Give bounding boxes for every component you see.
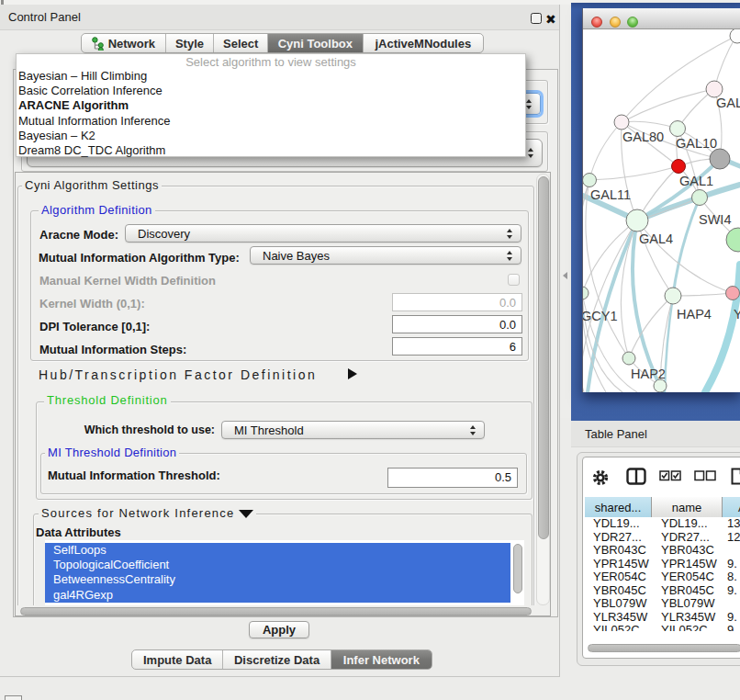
sources-title[interactable]: Sources for Network Inference bbox=[39, 507, 256, 520]
combo-arrows-icon bbox=[507, 251, 513, 261]
dpi-tolerance-field[interactable]: 0.0 bbox=[392, 315, 522, 333]
network-edge bbox=[583, 220, 637, 293]
algorithm-option[interactable]: Mutual Information Inference bbox=[17, 114, 525, 129]
settings-vscrollbar-thumb[interactable] bbox=[538, 176, 549, 539]
network-node[interactable] bbox=[730, 29, 740, 43]
network-node[interactable] bbox=[654, 379, 667, 392]
table-panel-titlebar: Table Panel bbox=[571, 421, 740, 447]
which-threshold-value: MI Threshold bbox=[222, 423, 304, 437]
network-node-gcy1[interactable] bbox=[583, 287, 589, 299]
algorithm-option[interactable]: Basic Correlation Inference bbox=[17, 84, 525, 98]
table-body: YDL19...YDL19...13.YDR27...YDR27...12.YB… bbox=[583, 457, 740, 631]
network-node[interactable] bbox=[710, 149, 730, 169]
table-row[interactable]: YPR145WYPR145W9. bbox=[583, 558, 740, 571]
hub-expand-arrow-icon[interactable] bbox=[348, 368, 357, 379]
algorithm-option[interactable]: Dream8 DC_TDC Algorithm bbox=[17, 143, 525, 158]
algorithm-option[interactable]: Bayesian – K2 bbox=[17, 129, 525, 143]
zoom-traffic-light-icon[interactable] bbox=[627, 17, 638, 28]
network-node-gal1[interactable] bbox=[672, 160, 686, 174]
network-node-hap4[interactable] bbox=[665, 288, 681, 304]
table-cell: YBR043C bbox=[661, 544, 714, 558]
node-label: GCY1 bbox=[583, 309, 618, 323]
table-row[interactable]: YBR045CYBR045C9. bbox=[583, 584, 740, 598]
mi-steps-field[interactable]: 6 bbox=[392, 337, 522, 356]
hub-definition-label[interactable]: Hub/Transcription Factor Definition bbox=[39, 367, 317, 382]
table-row[interactable]: YLR345WYLR345W9. bbox=[583, 611, 740, 625]
algorithm-placeholder: Select algorithm to view settings bbox=[17, 54, 525, 69]
settings-vertical-scrollbar[interactable] bbox=[536, 174, 550, 605]
attribute-item[interactable]: BetweennessCentrality bbox=[45, 572, 510, 587]
kernel-width-field[interactable]: 0.0 bbox=[392, 293, 522, 311]
settings-scrollpane: Cyni Algorithm Settings Algorithm Defini… bbox=[15, 172, 551, 616]
table-row[interactable]: YBR043CYBR043C bbox=[583, 544, 740, 558]
network-node-gal11[interactable] bbox=[583, 174, 597, 187]
table-cell: YER054C bbox=[593, 570, 646, 584]
cyni-mode-tabs: Impute DataDiscretize DataInfer Network bbox=[131, 649, 432, 670]
network-node-gal10[interactable] bbox=[670, 121, 686, 137]
table-row[interactable]: YIL052CYIL052C9. bbox=[583, 624, 740, 631]
network-node-hap2[interactable] bbox=[622, 352, 635, 365]
tab-network[interactable]: Network bbox=[82, 34, 166, 52]
table-row[interactable]: YDL19...YDL19...13. bbox=[583, 517, 740, 531]
which-threshold-combobox[interactable]: MI Threshold bbox=[221, 421, 485, 439]
node-label: SWI4 bbox=[699, 212, 731, 227]
network-node-swi4[interactable] bbox=[692, 190, 708, 206]
tab-label: Cyni Toolbox bbox=[278, 37, 353, 51]
float-window-icon[interactable] bbox=[531, 13, 542, 24]
table-horizontal-scrollbar[interactable] bbox=[585, 643, 740, 653]
network-view-window: GAL7GAL80GAL10GAL1GAL11SWI4GAL4GCY1HAP4Y… bbox=[582, 8, 740, 392]
table-hscrollbar-thumb[interactable] bbox=[588, 644, 740, 652]
table-cell: 9. bbox=[727, 558, 737, 571]
mi-algorithm-type-label: Mutual Information Algorithm Type: bbox=[39, 251, 240, 265]
bottom-left-panel-icon[interactable] bbox=[5, 695, 22, 700]
close-icon[interactable]: ✖ bbox=[545, 12, 556, 27]
table-row[interactable]: YBL079WYBL079W bbox=[583, 597, 740, 611]
network-icon bbox=[92, 37, 105, 51]
table-cell: 9. bbox=[727, 584, 737, 598]
attribute-item[interactable]: TopologicalCoefficient bbox=[45, 558, 510, 572]
splitpane-collapse-icon[interactable] bbox=[563, 272, 567, 279]
data-attributes-list[interactable]: SelfLoopsTopologicalCoefficientBetweenne… bbox=[45, 540, 510, 605]
mi-steps-label: Mutual Information Steps: bbox=[39, 343, 186, 356]
table-cell: YLR345W bbox=[661, 611, 715, 625]
node-label: GAL11 bbox=[590, 187, 631, 202]
settings-horizontal-scrollbar[interactable] bbox=[17, 606, 536, 615]
tab-cyni-toolbox[interactable]: Cyni Toolbox bbox=[268, 34, 364, 52]
bottom-tab-infer-network[interactable]: Infer Network bbox=[331, 650, 432, 669]
tab-jactivemnodules[interactable]: jActiveMNodules bbox=[364, 34, 483, 52]
algorithm-option[interactable]: ARACNE Algorithm bbox=[17, 98, 525, 113]
minimize-traffic-light-icon[interactable] bbox=[610, 17, 621, 28]
attributes-list-scrollbar[interactable] bbox=[513, 544, 522, 593]
algorithm-dropdown-items: Bayesian – Hill ClimbingBasic Correlatio… bbox=[17, 69, 525, 158]
table-row[interactable]: YER054CYER054C8. bbox=[583, 570, 740, 584]
bottom-tab-impute-data[interactable]: Impute Data bbox=[132, 650, 223, 669]
close-traffic-light-icon[interactable] bbox=[591, 17, 602, 28]
dpi-tolerance-label: DPI Tolerance [0,1]: bbox=[39, 320, 150, 333]
attribute-item[interactable]: SelfLoops bbox=[45, 543, 510, 558]
combo-arrows-icon bbox=[507, 229, 513, 239]
apply-button[interactable]: Apply bbox=[249, 621, 309, 638]
network-node-gal80[interactable] bbox=[614, 115, 629, 130]
aracne-mode-combobox[interactable]: Discovery bbox=[125, 224, 521, 243]
table-row[interactable]: YDR27...YDR27...12. bbox=[583, 531, 740, 545]
network-node-gal4[interactable] bbox=[626, 209, 648, 231]
threshold-definition-title: Threshold Definition bbox=[44, 394, 171, 407]
settings-hscrollbar-thumb[interactable] bbox=[20, 607, 532, 615]
network-edge bbox=[622, 121, 678, 129]
table-cell: YPR145W bbox=[593, 558, 649, 571]
tab-style[interactable]: Style bbox=[166, 34, 215, 52]
algorithm-option[interactable]: Bayesian – Hill Climbing bbox=[17, 69, 525, 84]
bottom-tab-discretize-data[interactable]: Discretize Data bbox=[223, 650, 331, 669]
table-panel-title: Table Panel bbox=[585, 427, 647, 441]
network-node[interactable] bbox=[726, 228, 740, 252]
table-cell: YER054C bbox=[661, 570, 714, 584]
tab-select[interactable]: Select bbox=[214, 34, 268, 52]
sources-collapse-arrow-icon[interactable] bbox=[239, 510, 253, 518]
network-graph-canvas[interactable]: GAL7GAL80GAL10GAL1GAL11SWI4GAL4GCY1HAP4Y… bbox=[583, 29, 740, 392]
table-cell: 13. bbox=[727, 517, 740, 531]
mi-algorithm-type-combobox[interactable]: Naive Bayes bbox=[250, 246, 521, 265]
attribute-item[interactable]: gal4RGexp bbox=[45, 588, 510, 603]
mi-threshold-field[interactable]: 0.5 bbox=[387, 468, 518, 488]
manual-kernel-width-checkbox[interactable] bbox=[508, 274, 520, 286]
network-node-yj[interactable] bbox=[726, 287, 740, 300]
